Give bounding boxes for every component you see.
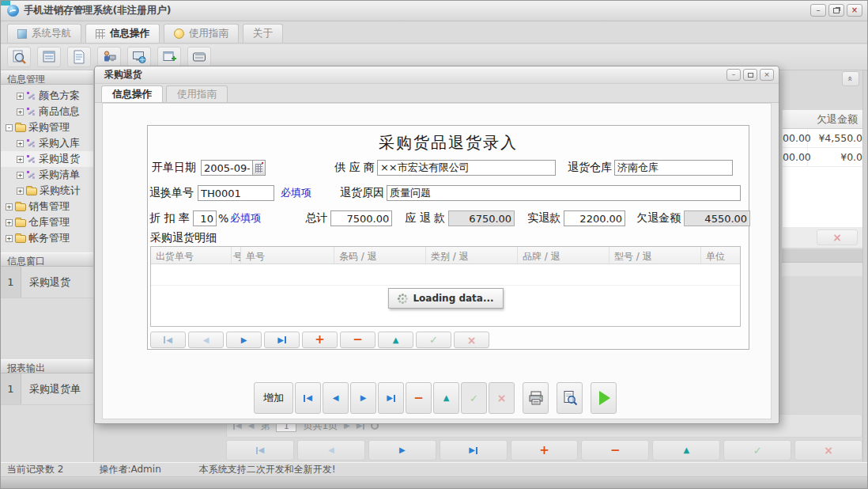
grid-add-button[interactable]: +	[302, 332, 338, 348]
operator-button[interactable]	[97, 47, 121, 67]
column-header[interactable]: 型号 / 退	[609, 247, 701, 263]
grid-next-button[interactable]: ▶	[226, 332, 262, 348]
tab-about[interactable]: 关于	[243, 24, 283, 43]
supplier-input[interactable]	[377, 160, 556, 176]
actual-refund-input[interactable]	[564, 210, 625, 226]
add-button[interactable]: 增加	[254, 382, 293, 414]
column-header[interactable]: 出货单号	[151, 247, 232, 263]
last-record-button[interactable]: ▶	[378, 382, 404, 414]
tree-item-purchase-in[interactable]: + 采购入库	[1, 135, 93, 151]
tree-item-product-info[interactable]: + 商品信息	[1, 104, 93, 119]
collapse-panel-button[interactable]: «	[842, 71, 859, 86]
operator-icon	[101, 49, 117, 65]
prev-record-button[interactable]: ◀	[297, 440, 365, 461]
column-header[interactable]: 号	[232, 247, 241, 263]
cancel-button[interactable]: ×	[794, 440, 862, 461]
tab-system-nav[interactable]: 系统导航	[7, 24, 81, 43]
column-header[interactable]: 类别 / 退	[426, 247, 518, 263]
list-item[interactable]: 1 采购退货	[1, 267, 93, 298]
tree-item-account-mgmt[interactable]: + 帐务管理	[1, 230, 93, 246]
tree-item-purchase-return[interactable]: + 采购退货	[1, 151, 93, 167]
run-button[interactable]	[591, 382, 617, 414]
prev-record-button[interactable]: ◀	[323, 382, 349, 414]
window-add-button[interactable]	[157, 47, 181, 67]
vertical-scrollbar[interactable]	[862, 70, 868, 462]
close-button[interactable]: ×	[847, 4, 862, 17]
list-item[interactable]: 1 采购退货单	[1, 373, 93, 405]
restore-button[interactable]	[828, 4, 844, 17]
expand-icon[interactable]: +	[17, 140, 24, 147]
grid-last-button[interactable]: ▶	[264, 332, 300, 348]
dialog-title-bar[interactable]: 采购退货 – ×	[95, 66, 779, 84]
reason-input[interactable]	[387, 185, 741, 201]
column-header[interactable]: 单位	[701, 247, 741, 263]
monitor-button[interactable]	[127, 47, 151, 67]
minimize-button[interactable]: –	[810, 4, 826, 17]
tree-item-warehouse-mgmt[interactable]: + 仓库管理	[1, 214, 93, 230]
tree-item-purchase-list[interactable]: + 采购清单	[1, 167, 93, 183]
collapse-icon[interactable]: -	[6, 124, 13, 131]
wand-icon	[26, 91, 36, 101]
first-record-button[interactable]: ◀	[295, 382, 321, 414]
grid-edit-button[interactable]: ▲	[378, 332, 413, 348]
add-record-button[interactable]: +	[511, 440, 579, 461]
next-record-button[interactable]: ▶	[350, 382, 376, 414]
search-button[interactable]	[7, 47, 31, 67]
discount-input[interactable]	[193, 210, 217, 226]
expand-icon[interactable]: +	[17, 188, 24, 195]
calendar-button[interactable]	[253, 160, 266, 176]
last-record-button[interactable]: ▶	[440, 440, 508, 461]
edit-record-button[interactable]: ▲	[433, 382, 459, 414]
dialog-tab-user-guide[interactable]: 使用指南	[166, 85, 228, 102]
table-row[interactable]: 00.00 ¥4,550.00	[783, 129, 862, 148]
tab-user-guide[interactable]: 使用指南	[164, 24, 239, 43]
list-button[interactable]	[37, 47, 61, 67]
first-record-button[interactable]: ◀	[226, 440, 294, 461]
confirm-button[interactable]: ✓	[461, 382, 487, 414]
date-input[interactable]	[201, 160, 253, 176]
print-button[interactable]	[523, 382, 549, 414]
delete-record-button[interactable]: −	[406, 382, 432, 414]
expand-icon[interactable]: +	[6, 235, 13, 242]
panel-header-report-output[interactable]: 报表输出	[1, 359, 93, 373]
tree-item-purchase-stats[interactable]: + 采购统计	[1, 183, 93, 199]
return-no-input[interactable]	[198, 185, 274, 201]
grid-cancel-button[interactable]: ×	[454, 332, 489, 348]
grid-confirm-button[interactable]: ✓	[416, 332, 451, 348]
dialog-tab-info-operation[interactable]: 信息操作	[101, 85, 163, 102]
cancel-button[interactable]: ×	[489, 382, 515, 414]
panel-view-button[interactable]	[187, 47, 211, 67]
panel-header-info-window[interactable]: 信息窗口	[1, 252, 93, 267]
tree-item-purchase-mgmt[interactable]: - 采购管理	[1, 119, 93, 135]
dialog-minimize-button[interactable]: –	[726, 69, 741, 81]
dialog-close-button[interactable]: ×	[760, 69, 774, 81]
edit-record-button[interactable]: ▲	[652, 440, 720, 461]
total-input[interactable]	[330, 210, 392, 226]
grid-first-button[interactable]: ◀	[150, 332, 186, 348]
expand-icon[interactable]: +	[17, 156, 24, 163]
expand-icon[interactable]: +	[17, 108, 24, 116]
column-header[interactable]: 品牌 / 退	[518, 247, 609, 263]
preview-button[interactable]	[557, 382, 583, 414]
dialog-maximize-button[interactable]	[743, 69, 757, 81]
grid-prev-button[interactable]: ◀	[188, 332, 224, 348]
expand-icon[interactable]: +	[6, 203, 13, 210]
next-record-button[interactable]: ▶	[368, 440, 436, 461]
warehouse-input[interactable]	[614, 160, 733, 176]
expand-icon[interactable]: +	[17, 93, 24, 100]
delete-record-button[interactable]: −	[581, 440, 649, 461]
column-header[interactable]: 条码 / 退	[334, 247, 426, 263]
expand-icon[interactable]: +	[17, 172, 24, 179]
tree-item-sales-mgmt[interactable]: + 销售管理	[1, 199, 93, 214]
confirm-button[interactable]: ✓	[723, 440, 791, 461]
column-header[interactable]: 单号	[241, 247, 334, 263]
panel-header-info-mgmt[interactable]: 信息管理	[1, 70, 93, 85]
first-record-icon: ◀	[304, 394, 312, 402]
document-button[interactable]	[67, 47, 91, 67]
grid-delete-button[interactable]: −	[340, 332, 376, 348]
sidebar-spacer	[1, 405, 93, 462]
tree-item-color-scheme[interactable]: + 颜色方案	[1, 88, 93, 104]
table-row[interactable]: 00.00 ¥0.00	[783, 148, 862, 167]
expand-icon[interactable]: +	[6, 219, 13, 226]
tab-info-operation[interactable]: 信息操作	[85, 24, 160, 43]
